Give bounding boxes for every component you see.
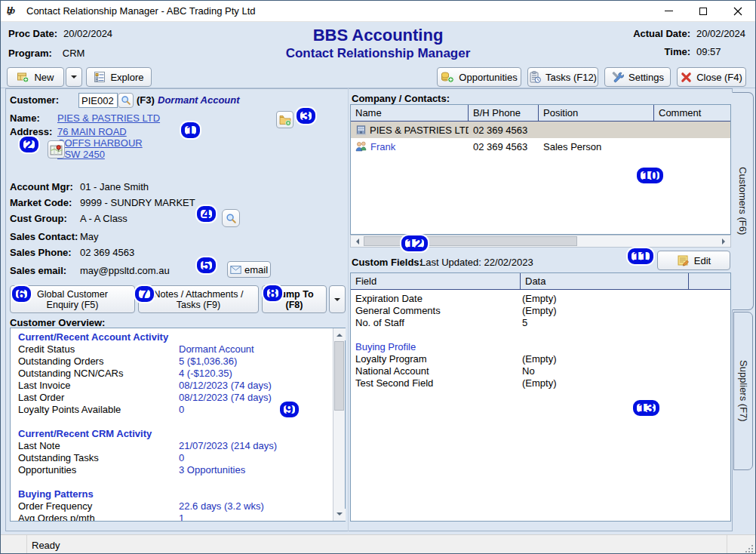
contact-row[interactable]: Frank02 369 4563Sales Person xyxy=(351,138,730,155)
callout-badge-8: 8 xyxy=(263,285,282,301)
callout-badge-6: 6 xyxy=(12,286,31,302)
callout-badge-9: 9 xyxy=(280,402,299,417)
overview-row-label: Loyalty Points Available xyxy=(18,404,179,416)
overview-scrollbar[interactable] xyxy=(333,328,345,521)
search-icon xyxy=(121,95,131,106)
edit-button[interactable]: Edit xyxy=(657,251,730,270)
custom-field-name: National Account xyxy=(351,365,521,377)
new-button-label: New xyxy=(34,72,54,83)
contacts-column-header[interactable]: Position xyxy=(539,105,654,121)
sales-phone-value: 02 369 4563 xyxy=(80,247,134,258)
contact-name: PIES & PASTRIES LTD xyxy=(370,125,469,136)
explore-button[interactable]: Explore xyxy=(86,67,152,87)
callout-badge-12: 12 xyxy=(401,235,428,251)
contacts-column-header[interactable]: Name xyxy=(351,105,469,121)
contacts-column-header[interactable]: B/H Phone xyxy=(469,105,539,121)
email-button[interactable]: email xyxy=(227,261,271,278)
overview-row-label: Outstanding Orders xyxy=(18,355,179,368)
contact-row[interactable]: PIES & PASTRIES LTD02 369 4563 xyxy=(351,122,730,138)
email-button-label: email xyxy=(244,264,268,275)
tab-suppliers[interactable]: Suppliers (F7) xyxy=(733,312,753,470)
maximize-button[interactable] xyxy=(686,1,721,21)
overview-row-value: 1 xyxy=(179,512,184,521)
new-folder-button[interactable] xyxy=(276,111,293,128)
opportunities-button[interactable]: Opportunities xyxy=(437,67,521,87)
notes-attachments-tasks-button[interactable]: Notes / Attachments / Tasks (F9) xyxy=(138,285,259,313)
arrow-up-icon xyxy=(337,331,343,337)
time-label: Time: xyxy=(633,46,690,57)
custom-field-row[interactable]: Loyalty Program(Empty) xyxy=(351,353,730,365)
sales-email-label: Sales email: xyxy=(10,265,66,276)
callout-badge-7: 7 xyxy=(135,286,154,302)
custom-fields-column-header[interactable]: Data xyxy=(521,273,689,289)
arrow-left-icon xyxy=(353,239,359,245)
settings-button[interactable]: Settings xyxy=(604,67,671,87)
customer-search-button[interactable] xyxy=(118,93,134,108)
account-mgr-value: 01 - Jane Smith xyxy=(80,181,149,192)
overview-row-value: 21/07/2023 (214 days) xyxy=(179,440,277,451)
overview-row-value: Dormant Account xyxy=(179,343,254,355)
scroll-down-button[interactable] xyxy=(333,509,346,521)
custom-field-row[interactable]: General Comments(Empty) xyxy=(351,305,730,317)
app-window: bbs Contact Relationship Manager - ABC T… xyxy=(0,0,756,554)
sales-phone-label: Sales Phone: xyxy=(10,247,72,258)
tab-suppliers-label: Suppliers (F7) xyxy=(738,360,749,422)
map-icon xyxy=(50,143,63,156)
scroll-right-button[interactable] xyxy=(718,235,730,247)
edit-icon xyxy=(677,254,690,266)
contacts-scroll-thumb[interactable] xyxy=(364,236,577,246)
customer-status-label: Dormant Account xyxy=(158,94,240,106)
overview-scroll-thumb[interactable] xyxy=(334,341,344,411)
explore-button-label: Explore xyxy=(110,72,143,83)
sales-contact-value: May xyxy=(80,231,99,242)
resize-grip[interactable] xyxy=(744,543,753,552)
jump-to-dropdown-button[interactable] xyxy=(329,285,346,313)
custom-fields-label: Custom Fields: xyxy=(352,257,423,268)
contacts-column-header[interactable]: Comment xyxy=(654,105,730,121)
status-text: Ready xyxy=(32,540,60,551)
overview-row: Order Frequency22.6 days (3.2 wks) xyxy=(11,500,333,512)
customer-code-input[interactable] xyxy=(78,93,118,108)
custom-field-row[interactable]: National AccountNo xyxy=(351,365,730,377)
address-line-2-link[interactable]: COFFS HARBOUR xyxy=(57,137,143,149)
overview-row: Outstanding NCN/CARs4 (-$120.35) xyxy=(11,368,333,380)
arrow-down-icon xyxy=(337,512,343,519)
contact-cell: 02 369 4563 xyxy=(469,141,539,152)
folder-plus-icon xyxy=(279,114,291,126)
overview-row-value: 0 xyxy=(179,404,184,415)
scroll-left-button[interactable] xyxy=(351,235,363,247)
map-button[interactable] xyxy=(48,140,65,159)
tab-customers[interactable]: Customers (F6) xyxy=(732,92,754,310)
time-value: 09:57 xyxy=(696,46,746,57)
minimize-button[interactable] xyxy=(651,1,686,21)
status-bar: Ready xyxy=(1,534,755,554)
callout-badge-5: 5 xyxy=(197,257,216,273)
contact-name[interactable]: Frank xyxy=(370,141,395,152)
close-button[interactable]: Close (F4) xyxy=(677,67,746,87)
customer-name-link[interactable]: PIES & PASTRIES LTD xyxy=(57,112,160,124)
custom-fields-column-header[interactable]: Field xyxy=(351,273,521,289)
close-window-button[interactable] xyxy=(721,1,755,21)
custom-field-row[interactable]: Test Second Field(Empty) xyxy=(351,377,730,389)
market-code-label: Market Code: xyxy=(10,197,72,208)
scroll-up-button[interactable] xyxy=(333,328,346,340)
overview-row: Avg Orders p/mth1 xyxy=(11,512,333,521)
tasks-button[interactable]: Tasks (F12) xyxy=(527,67,598,87)
new-dropdown-button[interactable] xyxy=(66,67,82,87)
status-separator xyxy=(727,535,727,554)
overview-row-label: Outstanding NCN/CARs xyxy=(18,368,179,380)
custom-field-section[interactable]: Buying Profile xyxy=(351,341,730,353)
global-customer-enquiry-label: Global Customer Enquiry (F5) xyxy=(23,289,121,310)
new-button[interactable]: New xyxy=(7,67,64,87)
custom-field-row[interactable]: Expiration Date(Empty) xyxy=(351,293,730,305)
custom-field-row[interactable]: No. of Staff5 xyxy=(351,317,730,329)
address-line-1-link[interactable]: 76 MAIN ROAD xyxy=(57,126,127,137)
custom-fields-column-header[interactable] xyxy=(689,273,730,289)
chevron-down-icon xyxy=(334,298,340,304)
settings-icon xyxy=(611,71,624,83)
cust-group-lookup-button[interactable] xyxy=(222,209,240,227)
callout-badge-13: 13 xyxy=(633,400,659,416)
customer-overview-panel: Current/Recent Account ActivityCredit St… xyxy=(10,328,346,522)
overview-row-label: Credit Status xyxy=(18,343,179,355)
blank-line xyxy=(11,416,333,428)
